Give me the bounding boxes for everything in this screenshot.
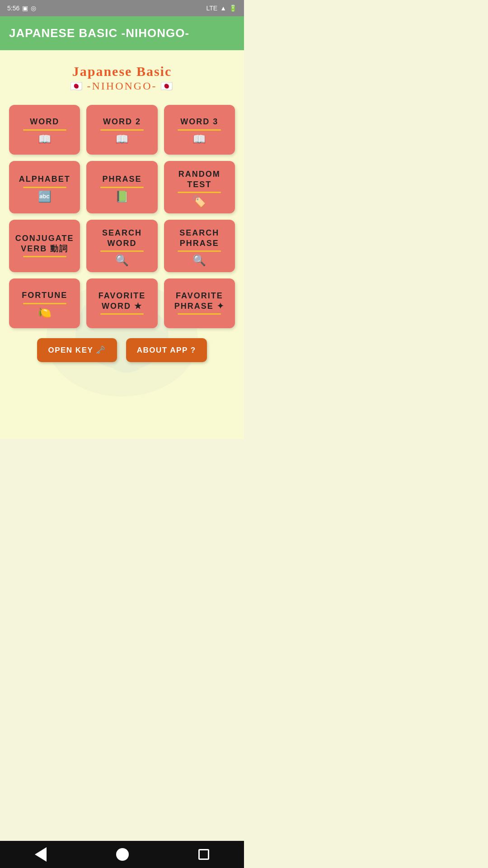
alphabet-button[interactable]: ALPHABET🔤: [9, 161, 80, 213]
about-app-button[interactable]: ABOUT APP ?: [126, 338, 207, 362]
signal-icon: ◎: [31, 5, 36, 12]
random-test-button[interactable]: RANDOMTEST🏷️: [164, 161, 235, 213]
lte-label: LTE: [206, 5, 218, 12]
word3-label: WORD 3: [180, 117, 218, 127]
header-title: JAPANESE BASIC -NIHONGO-: [9, 26, 235, 40]
favorite-word-underline: [100, 313, 144, 315]
open-key-button[interactable]: OPEN KEY 🗝️: [37, 338, 117, 362]
search-word-underline: [100, 250, 144, 252]
word3-icon: 📖: [192, 134, 206, 145]
status-right: LTE ▲ 🔋: [206, 5, 237, 12]
conjugate-verb-label: CONJUGATEVERB 動詞: [15, 233, 74, 254]
phrase-button[interactable]: PHRASE📗: [86, 161, 157, 213]
conjugate-verb-underline: [23, 256, 66, 257]
logo-section: Japanese Basic 🇯🇵 -NIHONGO- 🇯🇵: [9, 64, 235, 92]
status-left: 5:56 ▣ ◎: [7, 5, 36, 12]
button-grid: WORD📖WORD 2📖WORD 3📖ALPHABET🔤PHRASE📗RANDO…: [9, 105, 235, 328]
favorite-phrase-button[interactable]: FAVORITEPHRASE ✦: [164, 278, 235, 328]
alphabet-label: ALPHABET: [19, 174, 70, 184]
alphabet-underline: [23, 187, 66, 188]
word-underline: [23, 129, 66, 131]
app-header: JAPANESE BASIC -NIHONGO-: [0, 16, 244, 50]
search-phrase-underline: [178, 250, 221, 252]
conjugate-verb-button[interactable]: CONJUGATEVERB 動詞: [9, 220, 80, 272]
phrase-underline: [100, 187, 144, 188]
fortune-icon: 🍋: [38, 307, 52, 318]
search-word-icon: 🔍: [115, 255, 129, 266]
word-label: WORD: [30, 117, 59, 127]
fortune-button[interactable]: FORTUNE🍋: [9, 278, 80, 328]
fortune-underline: [23, 303, 66, 304]
search-phrase-label: SEARCHPHRASE: [179, 228, 219, 248]
status-bar: 5:56 ▣ ◎ LTE ▲ 🔋: [0, 0, 244, 16]
favorite-word-label: FAVORITEWORD ★: [99, 291, 146, 311]
search-word-button[interactable]: SEARCHWORD🔍: [86, 220, 157, 272]
word2-underline: [100, 129, 144, 131]
search-phrase-icon: 🔍: [192, 255, 206, 266]
fortune-label: FORTUNE: [22, 290, 67, 301]
favorite-phrase-label: FAVORITEPHRASE ✦: [174, 291, 225, 311]
random-test-label: RANDOMTEST: [178, 169, 221, 189]
word3-underline: [178, 129, 221, 131]
main-content: Japanese Basic 🇯🇵 -NIHONGO- 🇯🇵 WORD📖WORD…: [0, 50, 244, 439]
logo-title-line2: -NIHONGO-: [87, 80, 157, 92]
favorite-word-button[interactable]: FAVORITEWORD ★: [86, 278, 157, 328]
random-test-underline: [178, 192, 221, 193]
word-icon: 📖: [38, 134, 52, 145]
word2-icon: 📖: [115, 134, 129, 145]
logo-subtitle: 🇯🇵 -NIHONGO- 🇯🇵: [9, 80, 235, 92]
sim-icon: ▣: [22, 5, 28, 12]
search-word-label: SEARCHWORD: [102, 228, 142, 248]
logo-title-line1: Japanese Basic: [9, 64, 235, 79]
time: 5:56: [7, 5, 19, 12]
word3-button[interactable]: WORD 3📖: [164, 105, 235, 155]
phrase-label: PHRASE: [102, 174, 141, 184]
word-button[interactable]: WORD📖: [9, 105, 80, 155]
favorite-phrase-underline: [178, 313, 221, 315]
flag-right: 🇯🇵: [160, 80, 174, 92]
alphabet-icon: 🔤: [38, 191, 52, 202]
search-phrase-button[interactable]: SEARCHPHRASE🔍: [164, 220, 235, 272]
word2-label: WORD 2: [103, 117, 141, 127]
phrase-icon: 📗: [115, 191, 129, 202]
battery-icon: 🔋: [229, 5, 237, 12]
random-test-icon: 🏷️: [192, 196, 206, 207]
signal-bars: ▲: [220, 5, 226, 12]
word2-button[interactable]: WORD 2📖: [86, 105, 157, 155]
flag-left: 🇯🇵: [70, 80, 84, 92]
bottom-buttons: OPEN KEY 🗝️ ABOUT APP ?: [9, 338, 235, 362]
